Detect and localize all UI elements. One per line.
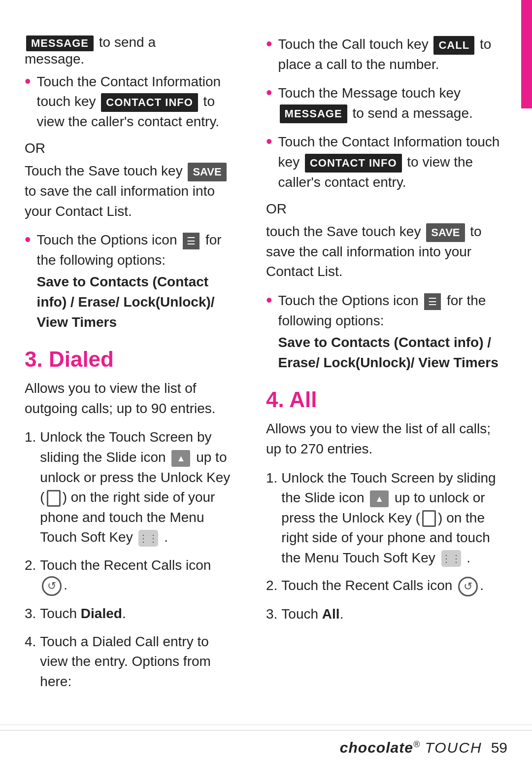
save-badge-right: SAVE — [426, 223, 465, 242]
step-3-1-num: 1. — [25, 427, 36, 448]
brand-touch: TOUCH — [425, 739, 482, 756]
step-3-3-num: 3. — [25, 604, 36, 624]
step-3-3: 3. Touch Dialed. — [25, 604, 236, 624]
step-3-4: 4. Touch a Dialed Call entry to view the… — [25, 632, 236, 692]
save-block-left: Touch the Save touch key SAVE to save th… — [25, 161, 236, 221]
step-3-1-text: Unlock the Touch Screen by sliding the S… — [40, 427, 236, 548]
left-col: MESSAGE to send a message. • Touch the C… — [0, 20, 251, 725]
call-badge-right: CALL — [433, 36, 474, 55]
step-3-2: 2. Touch the Recent Calls icon . — [25, 556, 236, 596]
message-text-cont: message. — [25, 51, 236, 67]
unlock-icon-left — [47, 490, 61, 507]
section-3-heading: 3. Dialed — [25, 347, 236, 372]
footer-brand: chocolate® TOUCH — [340, 739, 482, 756]
recent-calls-icon-right — [458, 577, 478, 596]
step-4-2-num: 2. — [266, 576, 277, 596]
menu-icon-left — [138, 530, 158, 547]
section-3-desc: Allows you to view the list of outgoing … — [25, 379, 236, 418]
save-badge-left: SAVE — [188, 163, 226, 181]
bullet-dot: • — [25, 70, 31, 93]
recent-calls-icon-left — [42, 576, 62, 596]
options-text-left: Touch the Options icon for the following… — [37, 230, 236, 332]
message-text-left: to send a — [99, 35, 156, 50]
bullet-dot-r2: • — [266, 81, 272, 104]
unlock-icon-right — [422, 510, 436, 527]
step-4-2: 2. Touch the Recent Calls icon . — [266, 576, 507, 596]
contact-info-text-right: Touch the Contact Information touch key … — [278, 132, 507, 192]
right-col: • Touch the Call touch key CALL to place… — [251, 20, 532, 725]
footer: chocolate® TOUCH 59 — [0, 730, 532, 765]
contact-info-text-left: Touch the Contact Information touch key … — [37, 72, 236, 132]
two-col: MESSAGE to send a message. • Touch the C… — [0, 20, 532, 725]
step-4-3: 3. Touch All. — [266, 604, 507, 625]
step-3-4-num: 4. — [25, 632, 36, 652]
step-4-3-text: Touch All. — [281, 604, 507, 625]
page-container: MESSAGE to send a message. • Touch the C… — [0, 0, 532, 765]
section-4-heading: 4. All — [266, 387, 507, 412]
call-text-right: Touch the Call touch key CALL to place a… — [278, 35, 507, 74]
step-4-1-num: 1. — [266, 468, 277, 488]
section-4-desc: Allows you to view the list of all calls… — [266, 419, 507, 459]
options-icon-right — [424, 293, 441, 310]
contact-info-badge-left: CONTACT INFO — [101, 93, 198, 112]
call-bullet-right: • Touch the Call touch key CALL to place… — [266, 35, 507, 74]
step-3-2-text: Touch the Recent Calls icon . — [40, 556, 236, 596]
step-4-1-text: Unlock the Touch Screen by sliding the S… — [281, 468, 507, 568]
message-text-right: Touch the Message touch key MESSAGE to s… — [278, 83, 507, 123]
footer-page-number: 59 — [491, 739, 507, 756]
step-4-2-text: Touch the Recent Calls icon . — [281, 576, 507, 596]
bullet-dot-2: • — [25, 228, 31, 251]
contact-info-bullet-right: • Touch the Contact Information touch ke… — [266, 132, 507, 192]
slide-icon-right — [370, 490, 389, 507]
options-sub-left: Save to Contacts (Contact info) / Erase/… — [37, 272, 236, 332]
footer-divider — [0, 725, 532, 725]
left-top-message-block: MESSAGE to send a message. — [25, 35, 236, 67]
step-4-1: 1. Unlock the Touch Screen by sliding th… — [266, 468, 507, 568]
message-bullet-right: • Touch the Message touch key MESSAGE to… — [266, 83, 507, 123]
message-badge-right: MESSAGE — [280, 104, 347, 123]
step-3-3-text: Touch Dialed. — [40, 604, 236, 624]
options-bullet-right: • Touch the Options icon for the followi… — [266, 291, 507, 373]
step-3-2-num: 2. — [25, 556, 36, 576]
options-text-right: Touch the Options icon for the following… — [278, 291, 507, 373]
step-3-4-text: Touch a Dialed Call entry to view the en… — [40, 632, 236, 692]
bullet-dot-r1: • — [266, 33, 272, 56]
slide-icon-left — [171, 450, 190, 467]
or-label-right: OR — [266, 201, 507, 217]
options-icon-left — [183, 233, 200, 249]
options-sub-right: Save to Contacts (Contact info) / Erase/… — [278, 333, 507, 373]
contact-info-badge-right: CONTACT INFO — [305, 154, 402, 173]
step-4-3-num: 3. — [266, 604, 277, 625]
bullet-dot-r4: • — [266, 289, 272, 312]
contact-info-bullet-left: • Touch the Contact Information touch ke… — [25, 72, 236, 132]
save-block-right: touch the Save touch key SAVE to save th… — [266, 222, 507, 282]
menu-icon-right — [441, 550, 461, 567]
bullet-dot-r3: • — [266, 130, 272, 153]
message-badge-left: MESSAGE — [26, 35, 94, 51]
step-3-1: 1. Unlock the Touch Screen by sliding th… — [25, 427, 236, 548]
section-3-steps: 1. Unlock the Touch Screen by sliding th… — [25, 427, 236, 692]
brand-super: ® — [413, 739, 420, 749]
brand-name: chocolate — [340, 739, 413, 756]
options-bullet-left: • Touch the Options icon for the followi… — [25, 230, 236, 332]
section-4-steps: 1. Unlock the Touch Screen by sliding th… — [266, 468, 507, 625]
or-label-left: OR — [25, 140, 236, 156]
accent-bar — [521, 0, 532, 108]
